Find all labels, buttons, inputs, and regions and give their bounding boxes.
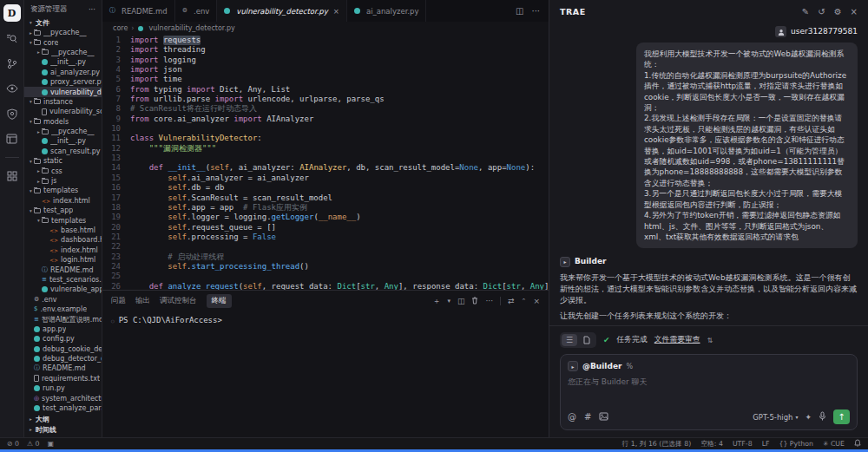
cursor-position[interactable]: 行 1, 列 16 (已选择 8) (621, 439, 691, 449)
tree-item[interactable]: ▾instance (24, 97, 102, 107)
cue-toggle[interactable]: ✳ CUE (823, 440, 845, 448)
tree-item[interactable]: ▸__pycache__ (24, 48, 102, 57)
tree-item[interactable]: debug_detector_queu... (24, 354, 102, 364)
close-panel-icon[interactable]: × (851, 7, 858, 16)
panel-tab-problems[interactable]: 问题 (111, 296, 126, 306)
debug-icon[interactable] (3, 105, 21, 122)
apps-grid-icon[interactable] (3, 167, 21, 185)
terminal-output[interactable]: ○ PS C:\QJD\AiForAccess> (102, 311, 549, 437)
code-line[interactable]: 11class VulnerabilityDetector: (102, 134, 549, 143)
tree-item[interactable]: vulnerable_app.py (24, 285, 102, 294)
terminal-dropdown-icon[interactable]: ▾ (447, 298, 450, 305)
kill-terminal-icon[interactable] (471, 297, 478, 306)
send-button[interactable]: ↑ (833, 409, 850, 424)
tree-item[interactable]: scan_result.py (24, 147, 102, 156)
tree-item[interactable]: ⚙.env (24, 295, 102, 305)
tree-item[interactable]: ▾test_app (24, 206, 102, 215)
tab-readme[interactable]: ⓘREADME.md (102, 0, 175, 22)
code-line[interactable]: 10 (102, 124, 549, 134)
builder-mention[interactable]: @Builder (582, 362, 621, 370)
new-chat-icon[interactable]: ✎ (802, 7, 809, 16)
image-icon[interactable] (599, 412, 608, 423)
indent-setting[interactable]: 空格: 4 (700, 439, 723, 449)
tree-item[interactable]: requirements.txt (24, 374, 102, 383)
tree-item[interactable]: ▸__pycache__ (24, 28, 102, 37)
tab-ai-analyzer[interactable]: ai_analyzer.py (347, 0, 427, 22)
code-editor[interactable]: 1import requests2import threading3import… (102, 35, 549, 290)
tree-item[interactable]: debug_cookie_detecti... (24, 344, 102, 354)
code-line[interactable]: 1import requests (102, 36, 549, 45)
topic-icon[interactable]: # (584, 412, 591, 422)
code-line[interactable]: 24 self.start_processing_thread() (102, 262, 549, 272)
tree-item[interactable]: <>index.html (24, 246, 102, 255)
code-line[interactable]: 9from core.ai_analyzer import AIAnalyzer (102, 115, 549, 124)
model-selector[interactable]: GPT-5-high▾ (753, 413, 798, 422)
tree-item[interactable]: <>base.html (24, 226, 102, 235)
section-files[interactable]: ▾文件 (24, 17, 102, 28)
tab-close-icon[interactable]: × (333, 7, 339, 16)
tree-item[interactable]: config.py (24, 334, 102, 344)
explorer-more-icon[interactable]: ··· (89, 5, 95, 14)
tree-item[interactable]: __init__.py (24, 57, 102, 67)
tree-item[interactable]: proxy_server.py (24, 77, 102, 87)
code-line[interactable]: 3import logging (102, 56, 549, 65)
extensions-icon[interactable] (3, 130, 21, 147)
tree-item[interactable]: run.py (24, 383, 102, 393)
sort-icon[interactable]: ⇅ (707, 337, 713, 344)
warnings-indicator[interactable]: ⚠ 0 (27, 440, 39, 448)
panel-tab-terminal[interactable]: 终端 (207, 294, 232, 308)
tree-item[interactable]: ▾templates (24, 215, 102, 225)
todo-view-button[interactable]: ☰ (562, 334, 577, 346)
tree-item[interactable]: $.env.example (24, 305, 102, 314)
tab-env[interactable]: ⚙.env (175, 0, 218, 22)
tree-item[interactable]: <>login.html (24, 255, 102, 265)
code-line[interactable]: 18 self.app = app # Flask应用实例 (102, 203, 549, 213)
code-line[interactable]: 16 self.db = db (102, 183, 549, 193)
split-editor-icon[interactable]: ◫ (516, 6, 523, 16)
tree-item[interactable]: ◎system_architecture_d... (24, 393, 102, 403)
language-mode[interactable]: {} Python (779, 440, 812, 448)
maximize-panel-icon[interactable]: ⌃ (522, 298, 527, 305)
code-line[interactable]: 26 def analyze_request(self, request_dat… (102, 282, 549, 290)
code-line[interactable]: 20 self.request_queue = [] (102, 223, 549, 233)
panel-layout-icon[interactable]: ⇄ (508, 297, 515, 305)
breadcrumb[interactable]: core› vulnerability_detector.py (102, 22, 549, 35)
tree-item[interactable]: vulnerability_scann... (24, 107, 102, 116)
code-line[interactable]: 14 def __init__(self, ai_analyzer: AIAna… (102, 163, 549, 173)
code-line[interactable]: 2import threading (102, 45, 549, 55)
tree-item[interactable]: vulnerability_detect... (24, 87, 102, 96)
tree-item[interactable]: ⓘREADME.md (24, 364, 102, 373)
tree-item[interactable]: <>index.html (24, 196, 102, 206)
panel-tab-debug-console[interactable]: 调试控制台 (160, 296, 197, 306)
code-line[interactable]: 15 self.ai_analyzer = ai_analyzer (102, 174, 549, 183)
close-panel-icon[interactable]: × (533, 297, 540, 305)
code-line[interactable]: 23 # 启动处理线程 (102, 252, 549, 262)
tree-item[interactable]: ≡智谱AI配置说明.md (24, 314, 102, 324)
code-line[interactable]: 6from typing import Dict, Any, List (102, 85, 549, 95)
search-icon[interactable] (3, 29, 21, 47)
enhance-icon[interactable]: ✦ (805, 413, 812, 422)
panel-more-icon[interactable]: ··· (485, 297, 493, 305)
code-line[interactable]: 17 self.ScanResult = scan_result_model (102, 193, 549, 203)
tree-item[interactable]: ▾core (24, 37, 102, 47)
code-line[interactable]: 5import time (102, 75, 549, 84)
ports-icon[interactable]: ▣ (47, 440, 53, 448)
chat-input-box[interactable]: ▸ @Builder % @ # GPT-5-high▾ ✦ ↑ (560, 354, 858, 430)
tree-item[interactable]: ≡test_scenarios.md (24, 275, 102, 285)
tree-item[interactable]: ▸css (24, 166, 102, 175)
tree-item[interactable]: ▸__pycache__ (24, 127, 102, 136)
section-timeline[interactable]: ▸时间线 (24, 424, 102, 435)
code-line[interactable]: 12 """漏洞检测器""" (102, 144, 549, 154)
notifications-icon[interactable] (854, 439, 861, 449)
tree-item[interactable]: ▾templates (24, 186, 102, 195)
file-view-button[interactable] (579, 334, 595, 346)
explorer-icon[interactable]: D (3, 4, 21, 22)
editor-more-icon[interactable]: ··· (531, 6, 540, 16)
tree-item[interactable]: ▾models (24, 117, 102, 127)
code-line[interactable]: 25 (102, 272, 549, 281)
eol-setting[interactable]: LF (762, 440, 770, 448)
errors-indicator[interactable]: ⊘ 0 (7, 440, 19, 448)
mention-icon[interactable]: @ (568, 412, 576, 422)
settings-icon[interactable]: ⚙ (834, 7, 842, 16)
tab-vulnerability-detector[interactable]: vulnerability_detector.py× (217, 0, 347, 22)
